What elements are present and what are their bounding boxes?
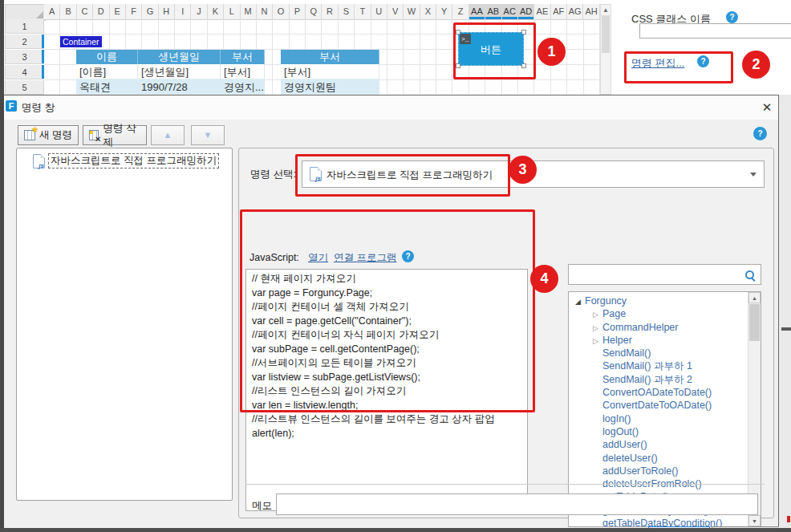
listview-table-1[interactable]: 이름생년월일부서 [이름][생년월일][부서] 옥태견1990/7/28경영지.… — [76, 50, 265, 95]
column-header-B[interactable]: B — [60, 4, 76, 19]
tree-item[interactable]: addUser() — [569, 438, 748, 451]
code-line: //리스트뷰 인스턴스의 길이를 보여주는 경고 상자 팝업 — [252, 412, 521, 427]
column-header-Q[interactable]: Q — [306, 4, 322, 19]
new-command-button[interactable]: ★ 새 명령 — [18, 125, 79, 145]
tree-item-label: Page — [602, 308, 626, 319]
tree-item[interactable]: getTableDataByCondition() — [569, 517, 748, 526]
dialog-titlebar[interactable]: F 명령 창 ✕ — [0, 95, 778, 120]
row-header-2[interactable]: 2 — [5, 35, 44, 49]
search-icon — [744, 270, 756, 281]
tree-item-label: SendMail() 과부하 2 — [602, 374, 692, 385]
column-header-W[interactable]: W — [404, 4, 420, 19]
select-all-corner[interactable] — [5, 4, 46, 21]
tree-item[interactable]: ConvertOADateToDate() — [569, 386, 748, 399]
css-class-help-icon[interactable]: ? — [726, 11, 738, 23]
column-header-V[interactable]: V — [387, 4, 404, 19]
scroll-up-icon[interactable]: ▲ — [748, 292, 761, 303]
tree-expand-icon[interactable]: ▷ — [593, 322, 602, 335]
row-header-5[interactable]: 5 — [5, 80, 44, 95]
sheet-vertical-scrollbar[interactable]: ▲ — [600, 4, 611, 95]
tree-item[interactable]: ▷Helper — [569, 334, 748, 347]
column-header-C[interactable]: C — [77, 4, 93, 19]
tree-item[interactable]: SendMail() 과부하 1 — [569, 359, 748, 372]
column-header-K[interactable]: K — [208, 4, 224, 19]
annotation-badge-4: 4 — [530, 265, 558, 293]
scroll-down-icon[interactable]: ▼ — [748, 515, 761, 526]
table-cell: 옥태견 — [76, 79, 138, 95]
column-header-N[interactable]: N — [257, 4, 273, 19]
column-header-T[interactable]: T — [355, 4, 371, 19]
row-header-3[interactable]: 3 — [5, 50, 44, 64]
column-header-Z[interactable]: Z — [452, 4, 469, 19]
tree-item[interactable]: addUserToRole() — [569, 465, 748, 477]
table-cell: [생년월일] — [138, 64, 221, 79]
move-down-button[interactable]: ▼ — [191, 125, 225, 145]
forguncy-icon: F — [6, 100, 17, 112]
column-header-G[interactable]: G — [142, 4, 158, 19]
dialog-help-icon[interactable]: ? — [753, 127, 767, 140]
tree-item[interactable]: ▷CommandHelper — [569, 321, 748, 334]
tree-item[interactable]: ◢Forguncy — [569, 294, 748, 307]
tree-item[interactable]: logOut() — [569, 425, 748, 438]
memo-input[interactable] — [276, 493, 758, 515]
tree-item[interactable]: SendMail() 과부하 2 — [569, 373, 748, 386]
divider — [245, 484, 765, 485]
tree-item[interactable]: SendMail() — [569, 347, 748, 359]
tree-item-label: addUser() — [602, 439, 647, 450]
api-tree[interactable]: ◢Forguncy▷Page▷CommandHelper▷HelperSendM… — [568, 291, 761, 527]
column-header-AH[interactable]: AH — [583, 4, 599, 19]
column-header-A[interactable]: A — [44, 4, 60, 19]
column-header-X[interactable]: X — [420, 4, 436, 19]
column-header-AA[interactable]: AA — [469, 4, 485, 19]
annotation-box-1 — [453, 22, 536, 79]
column-header-E[interactable]: E — [110, 4, 126, 19]
annotation-box-2 — [624, 51, 733, 83]
close-icon[interactable]: ✕ — [757, 99, 777, 116]
column-header-J[interactable]: J — [191, 4, 207, 19]
column-header-D[interactable]: D — [93, 4, 109, 19]
column-header-AB[interactable]: AB — [485, 4, 501, 19]
column-header-P[interactable]: P — [290, 4, 306, 19]
chevron-down-icon — [750, 173, 757, 177]
column-header-Y[interactable]: Y — [436, 4, 452, 19]
column-header-H[interactable]: H — [159, 4, 175, 19]
scroll-up-icon[interactable]: ▲ — [601, 5, 610, 16]
tree-item[interactable]: ConvertDateToOADate() — [569, 399, 748, 412]
scroll-thumb[interactable] — [749, 304, 760, 341]
api-tree-scrollbar[interactable]: ▲ ▼ — [748, 292, 761, 526]
column-header-O[interactable]: O — [273, 4, 289, 19]
column-header-U[interactable]: U — [371, 4, 387, 19]
column-header-S[interactable]: S — [339, 4, 355, 19]
scroll-thumb[interactable] — [602, 16, 610, 53]
background-fragment — [781, 327, 791, 331]
tree-expand-icon[interactable]: ▷ — [593, 308, 602, 321]
row-header-1[interactable]: 1 — [5, 19, 44, 34]
delete-command-button[interactable]: ✕ 명령 삭제 — [83, 125, 147, 145]
row-header-4[interactable]: 4 — [5, 65, 44, 79]
move-up-button[interactable]: ▲ — [151, 125, 185, 145]
command-list[interactable]: 자바스크립트로 직접 프로그래밍하기 — [16, 148, 233, 501]
listview-table-2[interactable]: 부서 [부서] 경영지원팀 — [281, 50, 379, 95]
tree-expand-icon[interactable]: ▷ — [593, 335, 602, 347]
tree-item[interactable]: deleteUser() — [569, 452, 748, 465]
tree-item[interactable]: ▷Page — [569, 307, 748, 320]
column-header-R[interactable]: R — [322, 4, 338, 19]
column-header-AE[interactable]: AE — [534, 4, 550, 19]
api-tree-content: ◢Forguncy▷Page▷CommandHelper▷HelperSendM… — [569, 294, 748, 526]
tree-collapse-icon[interactable]: ◢ — [575, 295, 585, 308]
column-header-AC[interactable]: AC — [502, 4, 518, 19]
column-header-I[interactable]: I — [175, 4, 191, 19]
column-header-M[interactable]: M — [241, 4, 257, 19]
column-header-F[interactable]: F — [126, 4, 142, 19]
table-cell: [이름] — [76, 64, 138, 79]
tree-item[interactable]: logIn() — [569, 412, 748, 425]
command-list-item[interactable]: 자바스크립트로 직접 프로그래밍하기 — [18, 152, 230, 169]
table-cell: [부서] — [221, 64, 265, 79]
column-header-L[interactable]: L — [224, 4, 240, 19]
api-search-box[interactable] — [568, 264, 761, 285]
column-header-AD[interactable]: AD — [518, 4, 534, 19]
column-header-AG[interactable]: AG — [567, 4, 583, 19]
new-command-icon: ★ — [24, 130, 35, 140]
column-header-AF[interactable]: AF — [551, 4, 567, 19]
css-class-input[interactable] — [639, 23, 791, 39]
